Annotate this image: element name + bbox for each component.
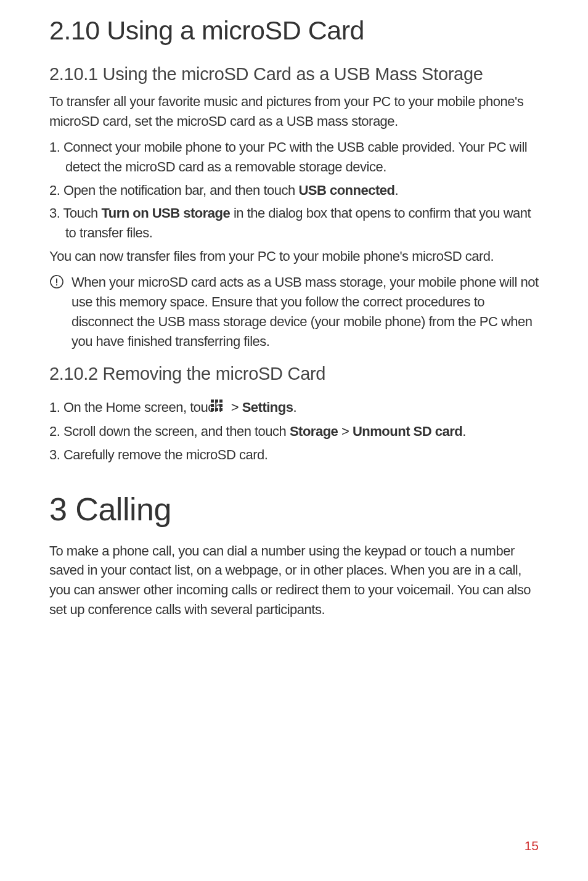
svg-rect-2 <box>211 400 214 403</box>
step-2-prefix: 2. Open the notification bar, and then t… <box>49 182 298 198</box>
page-number: 15 <box>525 838 539 853</box>
step-2-ui-label: USB connected <box>298 182 394 198</box>
step-3-ui-label: Turn on USB storage <box>101 205 230 221</box>
step-2: 2. Open the notification bar, and then t… <box>49 181 539 200</box>
step-2b-suffix: . <box>462 424 466 439</box>
step-2-suffix: . <box>394 182 398 198</box>
note-block: When your microSD card acts as a USB mas… <box>49 272 539 351</box>
svg-rect-9 <box>219 408 223 411</box>
step-1b-ui-label: Settings <box>242 400 293 415</box>
document-page: 2.10 Using a microSD Card 2.10.1 Using t… <box>0 0 588 881</box>
step-3b: 3. Carefully remove the microSD card. <box>49 445 539 465</box>
step-1b-suffix: . <box>293 400 296 415</box>
note-text: When your microSD card acts as a USB mas… <box>71 272 539 351</box>
step-1b: 1. On the Home screen, touch > Settings. <box>49 398 539 418</box>
warning-icon <box>49 272 71 292</box>
svg-rect-4 <box>219 400 223 403</box>
chapter-3-intro: To make a phone call, you can dial a num… <box>49 541 539 620</box>
svg-rect-5 <box>211 404 214 407</box>
svg-rect-3 <box>215 400 218 403</box>
svg-rect-0 <box>56 279 57 284</box>
step-3-prefix: 3. Touch <box>49 205 101 221</box>
svg-rect-6 <box>219 404 223 407</box>
svg-rect-1 <box>56 284 57 285</box>
step-1b-prefix: 1. On the Home screen, touch <box>49 400 225 415</box>
step-2b-ui-label-1: Storage <box>290 424 338 439</box>
section-title-2-10-2: 2.10.2 Removing the microSD Card <box>49 364 539 384</box>
step-3: 3. Touch Turn on USB storage in the dial… <box>49 203 539 243</box>
step-2b-mid: > <box>338 424 353 439</box>
step-2b-ui-label-2: Unmount SD card <box>353 424 462 439</box>
step-1: 1. Connect your mobile phone to your PC … <box>49 137 539 177</box>
step-2b: 2. Scroll down the screen, and then touc… <box>49 422 539 441</box>
svg-rect-7 <box>211 408 214 411</box>
svg-rect-8 <box>215 408 218 411</box>
after-steps-paragraph: You can now transfer files from your PC … <box>49 247 539 266</box>
section-title-2-10-1: 2.10.1 Using the microSD Card as a USB M… <box>49 64 539 84</box>
step-1b-mid: > <box>227 400 242 415</box>
section-title-2-10: 2.10 Using a microSD Card <box>49 15 539 46</box>
step-2b-prefix: 2. Scroll down the screen, and then touc… <box>49 424 290 439</box>
chapter-title-3: 3 Calling <box>49 491 539 528</box>
intro-paragraph: To transfer all your favorite music and … <box>49 92 539 131</box>
